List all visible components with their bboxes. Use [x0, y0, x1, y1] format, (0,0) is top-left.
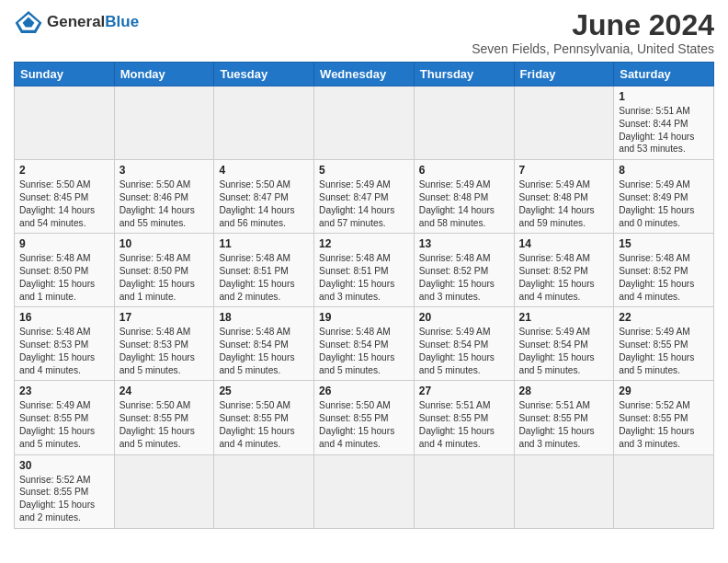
calendar-cell: 27Sunrise: 5:51 AM Sunset: 8:55 PM Dayli… — [414, 381, 514, 454]
calendar-cell: 2Sunrise: 5:50 AM Sunset: 8:45 PM Daylig… — [15, 160, 115, 234]
calendar-cell: 5Sunrise: 5:49 AM Sunset: 8:47 PM Daylig… — [314, 160, 415, 234]
calendar-cell — [214, 86, 314, 160]
day-number: 29 — [619, 385, 709, 397]
calendar-cell — [214, 454, 314, 528]
day-info: Sunrise: 5:49 AM Sunset: 8:54 PM Dayligh… — [519, 326, 609, 376]
day-number: 2 — [19, 164, 109, 177]
location-subtitle: Seven Fields, Pennsylvania, United State… — [472, 41, 714, 56]
day-number: 27 — [419, 385, 509, 397]
day-number: 30 — [19, 459, 109, 472]
calendar-cell: 22Sunrise: 5:49 AM Sunset: 8:55 PM Dayli… — [614, 307, 714, 381]
day-info: Sunrise: 5:52 AM Sunset: 8:55 PM Dayligh… — [19, 474, 109, 524]
day-info: Sunrise: 5:48 AM Sunset: 8:52 PM Dayligh… — [519, 252, 609, 303]
day-info: Sunrise: 5:48 AM Sunset: 8:50 PM Dayligh… — [19, 252, 109, 303]
day-info: Sunrise: 5:51 AM Sunset: 8:55 PM Dayligh… — [519, 399, 609, 450]
day-number: 9 — [19, 237, 109, 250]
day-info: Sunrise: 5:48 AM Sunset: 8:52 PM Dayligh… — [619, 252, 709, 303]
title-block: June 2024 Seven Fields, Pennsylvania, Un… — [472, 9, 714, 56]
calendar-cell: 11Sunrise: 5:48 AM Sunset: 8:51 PM Dayli… — [214, 234, 314, 307]
day-info: Sunrise: 5:49 AM Sunset: 8:55 PM Dayligh… — [619, 326, 709, 376]
header-saturday: Saturday — [614, 63, 714, 86]
header-monday: Monday — [114, 63, 214, 86]
day-number: 10 — [119, 237, 210, 250]
calendar-cell: 14Sunrise: 5:48 AM Sunset: 8:52 PM Dayli… — [514, 234, 614, 307]
header-tuesday: Tuesday — [214, 63, 314, 86]
day-info: Sunrise: 5:48 AM Sunset: 8:50 PM Dayligh… — [119, 252, 210, 303]
day-info: Sunrise: 5:49 AM Sunset: 8:49 PM Dayligh… — [619, 178, 709, 229]
day-info: Sunrise: 5:49 AM Sunset: 8:47 PM Dayligh… — [319, 178, 409, 229]
calendar-week-row: 23Sunrise: 5:49 AM Sunset: 8:55 PM Dayli… — [15, 381, 714, 454]
calendar-cell: 24Sunrise: 5:50 AM Sunset: 8:55 PM Dayli… — [114, 381, 214, 454]
calendar-cell — [314, 454, 415, 528]
calendar-cell: 3Sunrise: 5:50 AM Sunset: 8:46 PM Daylig… — [114, 160, 214, 234]
day-info: Sunrise: 5:52 AM Sunset: 8:55 PM Dayligh… — [619, 399, 709, 450]
generalblue-logo-icon — [14, 9, 43, 35]
calendar-week-row: 30Sunrise: 5:52 AM Sunset: 8:55 PM Dayli… — [15, 454, 714, 528]
day-info: Sunrise: 5:48 AM Sunset: 8:54 PM Dayligh… — [319, 326, 409, 376]
day-number: 3 — [119, 164, 210, 177]
day-number: 11 — [219, 237, 309, 250]
page-header: GeneralBlue June 2024 Seven Fields, Penn… — [14, 9, 714, 56]
calendar-table: SundayMondayTuesdayWednesdayThursdayFrid… — [14, 62, 714, 528]
calendar-cell: 29Sunrise: 5:52 AM Sunset: 8:55 PM Dayli… — [614, 381, 714, 454]
calendar-header-row: SundayMondayTuesdayWednesdayThursdayFrid… — [15, 63, 714, 86]
header-thursday: Thursday — [414, 63, 514, 86]
calendar-cell: 7Sunrise: 5:49 AM Sunset: 8:48 PM Daylig… — [514, 160, 614, 234]
day-info: Sunrise: 5:48 AM Sunset: 8:54 PM Dayligh… — [219, 326, 309, 376]
calendar-cell: 16Sunrise: 5:48 AM Sunset: 8:53 PM Dayli… — [15, 307, 115, 381]
calendar-cell — [614, 454, 714, 528]
day-info: Sunrise: 5:48 AM Sunset: 8:52 PM Dayligh… — [419, 252, 509, 303]
day-number: 16 — [19, 311, 109, 324]
calendar-cell: 18Sunrise: 5:48 AM Sunset: 8:54 PM Dayli… — [214, 307, 314, 381]
day-number: 24 — [119, 385, 210, 397]
logo-text: GeneralBlue — [47, 14, 139, 31]
calendar-cell: 6Sunrise: 5:49 AM Sunset: 8:48 PM Daylig… — [414, 160, 514, 234]
day-info: Sunrise: 5:50 AM Sunset: 8:45 PM Dayligh… — [19, 178, 109, 229]
calendar-cell: 20Sunrise: 5:49 AM Sunset: 8:54 PM Dayli… — [414, 307, 514, 381]
calendar-cell: 9Sunrise: 5:48 AM Sunset: 8:50 PM Daylig… — [15, 234, 115, 307]
calendar-cell: 19Sunrise: 5:48 AM Sunset: 8:54 PM Dayli… — [314, 307, 415, 381]
calendar-cell: 10Sunrise: 5:48 AM Sunset: 8:50 PM Dayli… — [114, 234, 214, 307]
day-info: Sunrise: 5:48 AM Sunset: 8:51 PM Dayligh… — [219, 252, 309, 303]
day-number: 15 — [619, 237, 709, 250]
calendar-cell: 17Sunrise: 5:48 AM Sunset: 8:53 PM Dayli… — [114, 307, 214, 381]
calendar-cell: 4Sunrise: 5:50 AM Sunset: 8:47 PM Daylig… — [214, 160, 314, 234]
calendar-cell: 30Sunrise: 5:52 AM Sunset: 8:55 PM Dayli… — [15, 454, 115, 528]
calendar-cell: 28Sunrise: 5:51 AM Sunset: 8:55 PM Dayli… — [514, 381, 614, 454]
day-number: 13 — [419, 237, 509, 250]
day-number: 19 — [319, 311, 409, 324]
calendar-cell: 1Sunrise: 5:51 AM Sunset: 8:44 PM Daylig… — [614, 86, 714, 160]
day-number: 26 — [319, 385, 409, 397]
calendar-cell: 15Sunrise: 5:48 AM Sunset: 8:52 PM Dayli… — [614, 234, 714, 307]
month-year-title: June 2024 — [472, 9, 714, 41]
day-info: Sunrise: 5:49 AM Sunset: 8:55 PM Dayligh… — [19, 399, 109, 450]
day-number: 1 — [619, 90, 709, 103]
day-number: 5 — [319, 164, 409, 177]
calendar-cell — [314, 86, 415, 160]
calendar-cell — [114, 86, 214, 160]
calendar-cell: 12Sunrise: 5:48 AM Sunset: 8:51 PM Dayli… — [314, 234, 415, 307]
calendar-cell — [414, 86, 514, 160]
calendar-week-row: 16Sunrise: 5:48 AM Sunset: 8:53 PM Dayli… — [15, 307, 714, 381]
calendar-week-row: 9Sunrise: 5:48 AM Sunset: 8:50 PM Daylig… — [15, 234, 714, 307]
calendar-cell: 8Sunrise: 5:49 AM Sunset: 8:49 PM Daylig… — [614, 160, 714, 234]
calendar-cell: 25Sunrise: 5:50 AM Sunset: 8:55 PM Dayli… — [214, 381, 314, 454]
day-number: 21 — [519, 311, 609, 324]
day-number: 25 — [219, 385, 309, 397]
day-number: 20 — [419, 311, 509, 324]
calendar-cell — [15, 86, 115, 160]
calendar-cell — [514, 454, 614, 528]
day-info: Sunrise: 5:49 AM Sunset: 8:54 PM Dayligh… — [419, 326, 509, 376]
header-wednesday: Wednesday — [314, 63, 415, 86]
day-info: Sunrise: 5:51 AM Sunset: 8:44 PM Dayligh… — [619, 105, 709, 155]
day-number: 7 — [519, 164, 609, 177]
day-number: 17 — [119, 311, 210, 324]
day-info: Sunrise: 5:48 AM Sunset: 8:51 PM Dayligh… — [319, 252, 409, 303]
calendar-cell: 23Sunrise: 5:49 AM Sunset: 8:55 PM Dayli… — [15, 381, 115, 454]
day-info: Sunrise: 5:49 AM Sunset: 8:48 PM Dayligh… — [519, 178, 609, 229]
day-number: 18 — [219, 311, 309, 324]
calendar-cell: 26Sunrise: 5:50 AM Sunset: 8:55 PM Dayli… — [314, 381, 415, 454]
calendar-cell — [514, 86, 614, 160]
day-info: Sunrise: 5:48 AM Sunset: 8:53 PM Dayligh… — [19, 326, 109, 376]
day-info: Sunrise: 5:50 AM Sunset: 8:47 PM Dayligh… — [219, 178, 309, 229]
